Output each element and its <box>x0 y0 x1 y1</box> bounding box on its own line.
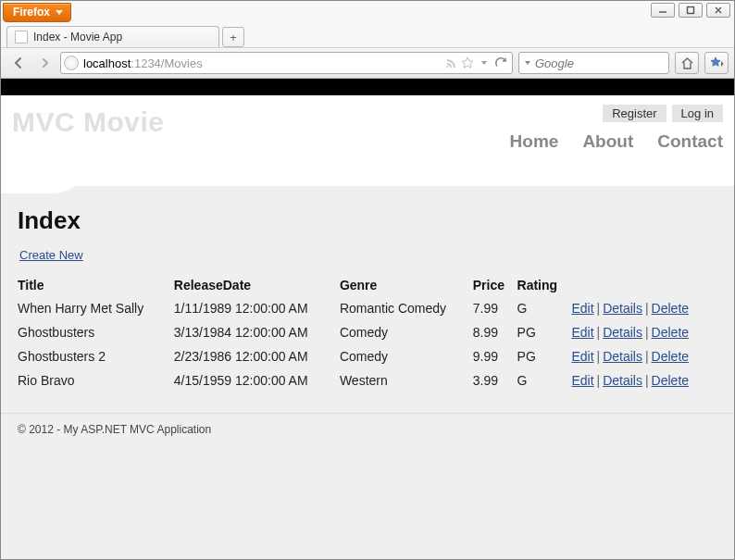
site-header: MVC Movie Register Log in Home About Con… <box>1 95 734 152</box>
details-link[interactable]: Details <box>603 301 642 316</box>
address-bar[interactable]: localhost:1234/Movies <box>60 52 513 74</box>
cell-price: 9.99 <box>473 344 517 368</box>
cell-genre: Romantic Comedy <box>340 296 473 320</box>
footer-text: © 2012 - My ASP.NET MVC Application <box>18 423 211 436</box>
tab-title: Index - Movie App <box>33 31 122 44</box>
url-rest: :1234/Movies <box>131 56 202 70</box>
search-input[interactable] <box>535 56 691 70</box>
cell-release: 4/15/1959 12:00:00 AM <box>174 368 340 392</box>
cell-release: 1/11/1989 12:00:00 AM <box>174 296 340 320</box>
reload-button[interactable] <box>492 55 509 71</box>
cell-genre: Comedy <box>340 344 473 368</box>
table-row: Ghostbusters3/13/1984 12:00:00 AMComedy8… <box>18 320 717 344</box>
page-footer: © 2012 - My ASP.NET MVC Application <box>1 413 734 480</box>
cell-actions: Edit|Details|Delete <box>571 344 717 368</box>
edit-link[interactable]: Edit <box>571 373 593 388</box>
cell-genre: Comedy <box>340 320 473 344</box>
table-row: Ghostbusters 22/23/1986 12:00:00 AMComed… <box>18 344 717 368</box>
page-heading: Index <box>18 206 717 235</box>
close-button[interactable] <box>706 3 730 18</box>
plus-icon: + <box>230 31 237 44</box>
header-black-bar <box>1 79 734 95</box>
content: Index Create New Title ReleaseDate Genre… <box>1 186 734 396</box>
home-button[interactable] <box>675 52 699 74</box>
back-button[interactable] <box>6 51 31 75</box>
table-row: Rio Bravo4/15/1959 12:00:00 AMWestern3.9… <box>18 368 717 392</box>
edit-link[interactable]: Edit <box>571 349 593 364</box>
details-link[interactable]: Details <box>603 373 642 388</box>
browser-toolbar: localhost:1234/Movies <box>1 47 734 79</box>
feed-icon[interactable] <box>442 55 459 71</box>
window-titlebar: Firefox <box>1 1 734 24</box>
chevron-down-icon <box>56 10 63 15</box>
create-new-wrap: Create New <box>19 248 717 262</box>
cell-price: 7.99 <box>473 296 517 320</box>
details-link[interactable]: Details <box>603 325 642 340</box>
create-new-link[interactable]: Create New <box>19 248 83 262</box>
col-release: ReleaseDate <box>174 275 340 296</box>
cell-genre: Western <box>340 368 473 392</box>
firefox-menu-label: Firefox <box>13 6 50 19</box>
cell-price: 8.99 <box>473 320 517 344</box>
table-row: When Harry Met Sally1/11/1989 12:00:00 A… <box>18 296 717 320</box>
minimize-button[interactable] <box>651 3 675 18</box>
col-genre: Genre <box>340 275 473 296</box>
delete-link[interactable]: Delete <box>652 325 689 340</box>
col-rating: Rating <box>517 275 572 296</box>
nav-home[interactable]: Home <box>510 131 559 152</box>
cell-rating: G <box>517 296 572 320</box>
edit-link[interactable]: Edit <box>571 325 593 340</box>
col-title: Title <box>18 275 174 296</box>
cell-title: Rio Bravo <box>18 368 174 392</box>
firefox-menu-button[interactable]: Firefox <box>3 3 71 22</box>
page-body: MVC Movie Register Log in Home About Con… <box>1 95 734 559</box>
main-nav: Home About Contact <box>510 131 723 152</box>
globe-icon <box>64 56 79 70</box>
bookmarks-button[interactable] <box>704 52 729 74</box>
cell-actions: Edit|Details|Delete <box>571 368 717 392</box>
nav-contact[interactable]: Contact <box>657 131 723 152</box>
col-price: Price <box>473 275 517 296</box>
cell-title: Ghostbusters <box>18 320 174 344</box>
cell-actions: Edit|Details|Delete <box>571 296 717 320</box>
header-right: Register Log in Home About Contact <box>510 105 723 152</box>
cell-title: Ghostbusters 2 <box>18 344 174 368</box>
cell-rating: PG <box>517 344 572 368</box>
nav-about[interactable]: About <box>582 131 633 152</box>
search-engine-dropdown-icon[interactable] <box>525 61 530 65</box>
maximize-button[interactable] <box>679 3 703 18</box>
search-box[interactable] <box>518 52 669 74</box>
col-actions <box>571 275 717 296</box>
page-viewport: MVC Movie Register Log in Home About Con… <box>1 79 734 559</box>
account-links: Register Log in <box>603 105 723 122</box>
svg-rect-0 <box>688 7 694 14</box>
cell-rating: G <box>517 368 572 392</box>
details-link[interactable]: Details <box>603 349 642 364</box>
url-text[interactable]: localhost:1234/Movies <box>83 56 442 70</box>
dropdown-icon[interactable] <box>476 55 492 71</box>
forward-button[interactable] <box>36 54 55 72</box>
cell-price: 3.99 <box>473 368 517 392</box>
url-host: localhost <box>83 56 131 70</box>
header-curve-row <box>1 152 734 186</box>
register-link[interactable]: Register <box>603 105 666 122</box>
movies-table: Title ReleaseDate Genre Price Rating Whe… <box>18 275 717 392</box>
login-link[interactable]: Log in <box>672 105 723 122</box>
page-icon <box>15 31 28 44</box>
cell-release: 2/23/1986 12:00:00 AM <box>174 344 340 368</box>
tab-strip: Index - Movie App + <box>1 24 734 47</box>
cell-actions: Edit|Details|Delete <box>571 320 717 344</box>
browser-tab-active[interactable]: Index - Movie App <box>6 26 219 47</box>
cell-title: When Harry Met Sally <box>18 296 174 320</box>
delete-link[interactable]: Delete <box>652 349 689 364</box>
delete-link[interactable]: Delete <box>652 301 689 316</box>
cell-rating: PG <box>517 320 572 344</box>
table-header-row: Title ReleaseDate Genre Price Rating <box>18 275 717 296</box>
edit-link[interactable]: Edit <box>571 301 593 316</box>
bookmark-icon[interactable] <box>459 55 476 71</box>
site-title: MVC Movie <box>12 105 165 138</box>
firefox-window: Firefox Index - Movie App + <box>0 0 735 560</box>
new-tab-button[interactable]: + <box>222 27 244 47</box>
window-controls <box>651 3 730 18</box>
delete-link[interactable]: Delete <box>652 373 689 388</box>
